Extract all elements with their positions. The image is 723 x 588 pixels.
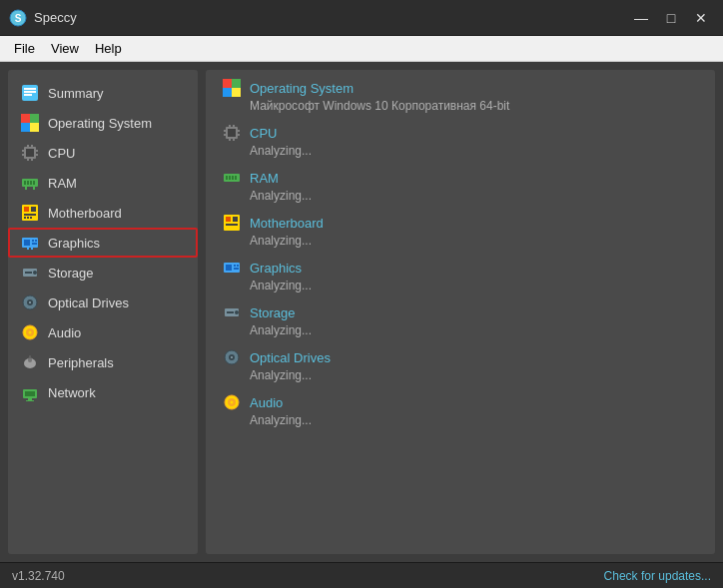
sidebar-label-summary: Summary [48, 86, 104, 101]
svg-rect-30 [24, 214, 36, 216]
menu-help[interactable]: Help [87, 39, 130, 58]
svg-rect-82 [234, 265, 236, 267]
svg-rect-21 [24, 181, 26, 185]
minimize-button[interactable]: — [627, 6, 655, 30]
svg-rect-75 [235, 176, 237, 180]
sidebar-item-cpu[interactable]: CPU [8, 138, 198, 168]
maximize-button[interactable]: □ [657, 6, 685, 30]
sidebar-label-network: Network [48, 385, 96, 400]
svg-point-46 [29, 301, 31, 303]
svg-rect-54 [25, 391, 35, 396]
mobo-icon [20, 203, 40, 223]
sidebar-item-motherboard[interactable]: Motherboard [8, 198, 198, 228]
sidebar-label-os: Operating System [48, 116, 152, 131]
svg-rect-3 [24, 88, 36, 90]
panel-audio-title[interactable]: Audio [250, 395, 283, 410]
sidebar-label-cpu: CPU [48, 146, 75, 161]
svg-rect-68 [233, 125, 235, 127]
panel-storage-icon [222, 302, 242, 322]
svg-rect-4 [24, 91, 36, 93]
menu-file[interactable]: File [6, 39, 43, 58]
panel-optical-icon [222, 347, 242, 367]
svg-rect-23 [30, 181, 32, 185]
sidebar-item-peripherals[interactable]: Peripherals [8, 347, 198, 377]
cpu-icon [20, 143, 40, 163]
svg-rect-19 [31, 159, 33, 161]
svg-rect-16 [27, 145, 29, 147]
svg-rect-12 [22, 150, 24, 152]
panel-item-audio: Audio Analyzing... [222, 392, 699, 427]
svg-rect-74 [232, 176, 234, 180]
sidebar-item-os[interactable]: Operating System [8, 108, 198, 138]
close-button[interactable]: ✕ [687, 6, 715, 30]
panel-optical-title[interactable]: Optical Drives [250, 350, 331, 365]
svg-rect-60 [232, 88, 241, 97]
panel-ram-icon [222, 168, 242, 188]
svg-rect-73 [229, 176, 231, 180]
menu-bar: File View Help [0, 36, 723, 62]
title-bar: S Speccy — □ ✕ [0, 0, 723, 36]
svg-rect-81 [226, 265, 232, 271]
svg-rect-25 [25, 187, 27, 190]
sidebar-item-ram[interactable]: RAM [8, 168, 198, 198]
svg-rect-55 [28, 398, 32, 400]
sidebar-item-audio[interactable]: Audio [8, 317, 198, 347]
panel-mobo-title[interactable]: Motherboard [250, 216, 324, 231]
svg-rect-39 [27, 248, 29, 250]
svg-rect-84 [234, 268, 239, 270]
sidebar-item-graphics[interactable]: Graphics [8, 228, 198, 258]
sidebar-item-network[interactable]: Network [8, 377, 198, 407]
sidebar-item-optical[interactable]: Optical Drives [8, 288, 198, 317]
panel-graphics-title[interactable]: Graphics [250, 261, 302, 276]
graphics-icon [20, 233, 40, 253]
sidebar: Summary Operating System CPU RAM Motherb… [8, 70, 198, 554]
svg-rect-9 [30, 123, 39, 132]
panel-audio-sub: Analyzing... [250, 413, 699, 427]
svg-rect-65 [238, 130, 240, 132]
sidebar-item-storage[interactable]: Storage [8, 258, 198, 288]
panel-mobo-icon [222, 213, 242, 233]
svg-rect-17 [31, 145, 33, 147]
sidebar-item-summary[interactable]: Summary [8, 78, 198, 108]
panel-os-sub: Майкрософт Windows 10 Корпоративная 64-b… [250, 99, 699, 113]
panel-item-optical: Optical Drives Analyzing... [222, 347, 699, 382]
status-version: v1.32.740 [12, 569, 65, 583]
svg-point-86 [235, 310, 239, 314]
check-updates-link[interactable]: Check for updates... [604, 569, 711, 583]
svg-rect-14 [36, 150, 38, 152]
panel-os-title[interactable]: Operating System [250, 81, 354, 96]
window-controls: — □ ✕ [627, 6, 715, 30]
panel-cpu-title[interactable]: CPU [250, 126, 277, 141]
panel-item-graphics: Graphics Analyzing... [222, 258, 699, 293]
svg-rect-7 [30, 114, 39, 123]
panel-audio-icon [222, 392, 242, 412]
svg-rect-26 [33, 187, 35, 190]
panel-item-ram: RAM Analyzing... [222, 168, 699, 203]
panel-item-os: Operating System Майкрософт Windows 10 К… [222, 78, 699, 113]
svg-rect-62 [228, 129, 236, 137]
panel-cpu-sub: Analyzing... [250, 144, 699, 158]
audio-icon [20, 322, 40, 342]
svg-rect-35 [24, 240, 30, 246]
svg-text:S: S [15, 13, 22, 24]
sidebar-label-peripherals: Peripherals [48, 355, 114, 370]
svg-rect-40 [31, 248, 33, 250]
svg-rect-72 [226, 176, 228, 180]
svg-rect-63 [224, 130, 226, 132]
menu-view[interactable]: View [43, 39, 87, 58]
sidebar-label-audio: Audio [48, 325, 81, 340]
network-icon [20, 382, 40, 402]
panel-os-icon [222, 78, 242, 98]
main-content: Summary Operating System CPU RAM Motherb… [0, 62, 723, 562]
panel-ram-title[interactable]: RAM [250, 171, 279, 186]
svg-point-90 [231, 356, 233, 358]
panel-storage-title[interactable]: Storage [250, 305, 296, 320]
svg-rect-70 [233, 139, 235, 141]
panel-item-storage: Storage Analyzing... [222, 302, 699, 337]
svg-rect-15 [36, 154, 38, 156]
panel-ram-sub: Analyzing... [250, 189, 699, 203]
svg-rect-24 [33, 181, 35, 185]
svg-rect-36 [32, 240, 34, 242]
svg-rect-69 [229, 139, 231, 141]
panel-item-mobo: Motherboard Analyzing... [222, 213, 699, 248]
